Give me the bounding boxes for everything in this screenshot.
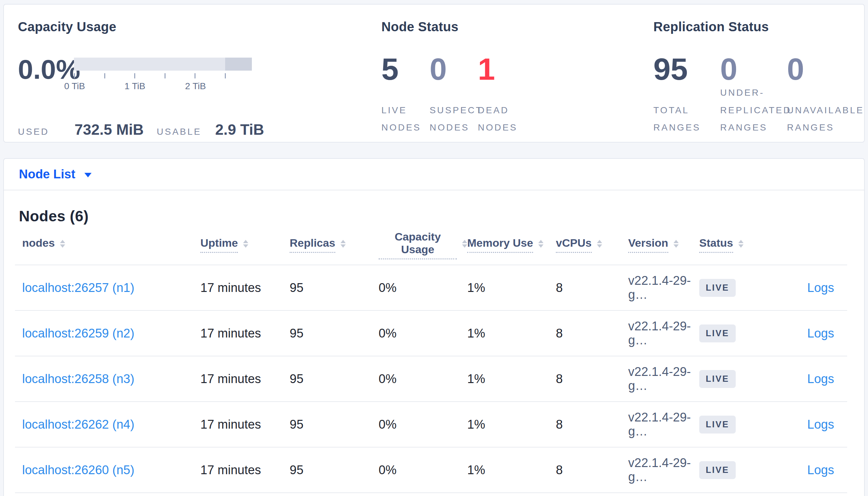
used-label: USED (18, 127, 49, 137)
replicas-cell: 95 (290, 418, 379, 432)
axis-label: 2 TiB (185, 81, 206, 91)
cluster-summary-panel: Capacity Usage 0.0% (3, 4, 865, 142)
status-badge: LIVE (699, 325, 736, 342)
nodes-table-header: nodes Uptime Replicas Capacity Usage (15, 225, 847, 265)
dead-nodes-label: DEAD NODES (478, 99, 518, 136)
chevron-down-icon (85, 173, 92, 177)
version-cell: v22.1.4-29-g… (628, 456, 699, 484)
usable-label: USABLE (157, 127, 202, 137)
version-cell: v22.1.4-29-g… (628, 319, 699, 347)
sort-arrows-icon (738, 240, 744, 248)
nodes-section: Nodes (6) nodes Uptime Replicas (4, 190, 864, 493)
sort-arrows-icon (60, 240, 65, 248)
capacity-axis-ticks (74, 73, 226, 78)
replicas-cell: 95 (290, 372, 379, 386)
sort-arrows-icon (597, 240, 602, 248)
column-header-nodes[interactable]: nodes (15, 237, 200, 253)
node-status-stats: 5 LIVE NODES 0 SUSPECT NODES 1 (381, 54, 653, 136)
logs-link[interactable]: Logs (807, 418, 834, 431)
status-badge: LIVE (699, 461, 736, 479)
logs-link[interactable]: Logs (807, 281, 834, 295)
suspect-nodes-label: SUSPECT NODES (430, 99, 478, 136)
tick-mark (225, 73, 226, 78)
stat-dead-nodes: 1 DEAD NODES (478, 54, 518, 136)
memory-use-cell: 1% (467, 326, 556, 340)
sort-arrows-icon (341, 240, 346, 248)
tick-mark (134, 73, 135, 78)
unavailable-ranges-label: UNAVAILABLE RANGES (787, 99, 864, 136)
status-badge: LIVE (699, 279, 736, 297)
node-address-link[interactable]: localhost:26257 (n1) (22, 281, 134, 295)
table-row: localhost:26257 (n1) 17 minutes 95 0% 1%… (15, 265, 847, 311)
node-list-dropdown[interactable]: Node List (19, 167, 92, 181)
capacity-bar-usable-segment (74, 58, 225, 71)
dead-nodes-count: 1 (478, 54, 518, 84)
node-address-link[interactable]: localhost:26260 (n5) (22, 463, 134, 477)
tick-mark (74, 73, 75, 78)
memory-use-cell: 1% (467, 418, 556, 432)
live-nodes-label: LIVE NODES (381, 99, 430, 136)
node-address-link[interactable]: localhost:26259 (n2) (22, 326, 134, 340)
table-row: localhost:26258 (n3) 17 minutes 95 0% 1%… (15, 356, 847, 402)
logs-link[interactable]: Logs (807, 326, 834, 340)
table-row: localhost:26262 (n4) 17 minutes 95 0% 1%… (15, 402, 847, 448)
column-header-replicas[interactable]: Replicas (290, 237, 379, 253)
replication-status-title: Replication Status (653, 19, 864, 34)
replicas-cell: 95 (290, 326, 379, 340)
column-header-capacity-usage[interactable]: Capacity Usage (379, 230, 467, 259)
total-ranges-count: 95 (653, 54, 720, 84)
view-selector-bar: Node List (4, 159, 864, 190)
column-header-uptime[interactable]: Uptime (200, 237, 290, 253)
tick-mark (195, 73, 195, 78)
nodes-heading: Nodes (6) (15, 207, 847, 225)
replicas-cell: 95 (290, 281, 379, 295)
memory-use-cell: 1% (467, 372, 556, 386)
version-cell: v22.1.4-29-g… (628, 410, 699, 438)
vcpus-cell: 8 (556, 281, 628, 295)
axis-label: 1 TiB (124, 81, 145, 91)
capacity-usage-cell: 0% (379, 326, 467, 340)
vcpus-cell: 8 (556, 418, 628, 432)
column-header-vcpus[interactable]: vCPUs (556, 237, 628, 253)
sort-arrows-icon (538, 240, 543, 248)
logs-link[interactable]: Logs (807, 372, 834, 386)
capacity-bar (74, 58, 252, 71)
node-status-section: Node Status 5 LIVE NODES 0 SUSPECT NODES (381, 19, 653, 142)
capacity-usage-cell: 0% (379, 463, 467, 477)
uptime-cell: 17 minutes (200, 326, 290, 340)
nodes-table: nodes Uptime Replicas Capacity Usage (15, 225, 847, 493)
capacity-usage-cell: 0% (379, 418, 467, 432)
live-nodes-count: 5 (381, 54, 430, 84)
unavailable-ranges-count: 0 (787, 54, 864, 84)
vcpus-cell: 8 (556, 372, 628, 386)
node-address-link[interactable]: localhost:26262 (n4) (22, 418, 134, 431)
table-row: localhost:26260 (n5) 17 minutes 95 0% 1%… (15, 448, 847, 493)
memory-use-cell: 1% (467, 281, 556, 295)
uptime-cell: 17 minutes (200, 463, 290, 477)
column-header-memory-use[interactable]: Memory Use (467, 237, 556, 253)
sort-arrows-icon (462, 240, 467, 248)
capacity-usage-section: Capacity Usage 0.0% (18, 19, 381, 142)
capacity-bar-chart: 0 TiB 1 TiB 2 TiB (74, 55, 252, 93)
sort-arrows-icon (673, 240, 679, 248)
cluster-overview-page: Capacity Usage 0.0% (0, 0, 868, 496)
logs-link[interactable]: Logs (807, 463, 834, 477)
node-address-link[interactable]: localhost:26258 (n3) (22, 372, 134, 386)
capacity-used-usable-row: USED 732.5 MiB USABLE 2.9 TiB (18, 121, 381, 138)
replicas-cell: 95 (290, 463, 379, 477)
used-value: 732.5 MiB (75, 121, 144, 138)
table-row: localhost:26259 (n2) 17 minutes 95 0% 1%… (15, 311, 847, 356)
status-badge: LIVE (699, 416, 736, 434)
memory-use-cell: 1% (467, 463, 556, 477)
replication-status-section: Replication Status 95 TOTAL RANGES 0 UND… (653, 19, 864, 142)
column-header-status[interactable]: Status (699, 237, 781, 253)
version-cell: v22.1.4-29-g… (628, 365, 699, 393)
sort-arrows-icon (243, 240, 248, 248)
under-replicated-ranges-label: UNDER- REPLICATED RANGES (720, 99, 787, 136)
capacity-axis-labels: 0 TiB 1 TiB 2 TiB (74, 81, 252, 93)
uptime-cell: 17 minutes (200, 418, 290, 432)
node-list-dropdown-label: Node List (19, 167, 75, 181)
column-header-version[interactable]: Version (628, 237, 699, 253)
stat-live-nodes: 5 LIVE NODES (381, 54, 430, 136)
total-ranges-label: TOTAL RANGES (653, 99, 720, 136)
